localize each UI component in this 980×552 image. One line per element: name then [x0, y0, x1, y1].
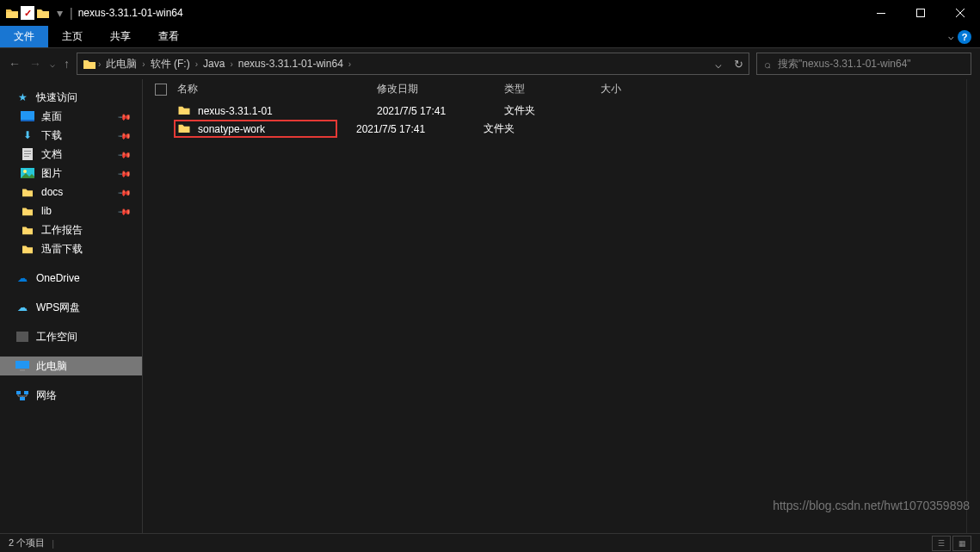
chevron-right-icon[interactable]: › — [348, 59, 351, 69]
pin-icon: 📌 — [118, 128, 132, 142]
search-placeholder: 搜索"nexus-3.31.1-01-win64" — [778, 57, 911, 71]
sidebar-this-pc[interactable]: 此电脑 — [0, 357, 142, 375]
address-bar[interactable]: › 此电脑 › 软件 (F:) › Java › nexus-3.31.1-01… — [77, 53, 749, 75]
pin-icon: 📌 — [118, 204, 132, 218]
sidebar-wps[interactable]: ☁ WPS网盘 — [0, 298, 142, 317]
sidebar-item-documents[interactable]: 文档📌 — [0, 145, 142, 164]
pc-icon — [15, 360, 29, 372]
help-icon[interactable]: ? — [958, 30, 971, 44]
breadcrumb[interactable]: Java — [200, 58, 228, 70]
file-list: 名称 修改日期 类型 大小 nexus-3.31.1-01 2021/7/5 1… — [143, 79, 980, 533]
sidebar-onedrive[interactable]: ☁ OneDrive — [0, 269, 142, 288]
pin-icon: 📌 — [118, 109, 132, 123]
sidebar-item-folder[interactable]: docs📌 — [0, 183, 142, 202]
refresh-icon[interactable]: ↻ — [734, 58, 743, 71]
svg-rect-5 — [24, 151, 31, 152]
cloud-icon: ☁ — [15, 301, 29, 313]
svg-rect-12 — [20, 369, 25, 371]
table-row[interactable]: nexus-3.31.1-01 2021/7/5 17:41 文件夹 — [143, 102, 980, 120]
svg-rect-1 — [917, 9, 925, 17]
folder-icon — [21, 186, 34, 198]
sidebar-item-pictures[interactable]: 图片📌 — [0, 164, 142, 183]
tab-home[interactable]: 主页 — [48, 26, 96, 47]
view-icons-button[interactable]: ▦ — [952, 536, 971, 551]
minimize-button[interactable] — [861, 0, 901, 26]
sidebar-item-downloads[interactable]: ⬇ 下载📌 — [0, 126, 142, 145]
titlebar: ✓ ▾ | nexus-3.31.1-01-win64 — [0, 0, 980, 26]
pin-icon: 📌 — [118, 147, 132, 161]
status-bar: 2 个项目 | ☰ ▦ — [0, 533, 980, 552]
ribbon: 文件 主页 共享 查看 ⌵ ? — [0, 26, 980, 48]
svg-rect-15 — [20, 397, 25, 400]
forward-button[interactable]: → — [29, 57, 41, 71]
col-modified[interactable]: 修改日期 — [377, 82, 504, 96]
sidebar-item-folder[interactable]: 迅雷下载 — [0, 239, 142, 258]
chevron-right-icon[interactable]: › — [142, 59, 145, 69]
svg-rect-14 — [24, 391, 28, 394]
folder-icon — [5, 7, 19, 19]
svg-rect-2 — [21, 111, 34, 120]
folder-icon — [21, 224, 34, 236]
search-input[interactable]: ⌕ 搜索"nexus-3.31.1-01-win64" — [756, 53, 971, 75]
folder-icon — [21, 243, 34, 255]
tab-view[interactable]: 查看 — [145, 26, 193, 47]
svg-rect-10 — [16, 332, 28, 342]
chevron-right-icon[interactable]: › — [98, 59, 101, 69]
svg-rect-11 — [15, 361, 29, 369]
navigation-bar: ← → ⌵ ↑ › 此电脑 › 软件 (F:) › Java › nexus-3… — [0, 48, 980, 79]
breadcrumb[interactable]: nexus-3.31.1-01-win64 — [235, 58, 347, 70]
chevron-right-icon[interactable]: › — [195, 59, 198, 69]
file-modified: 2021/7/5 17:41 — [356, 123, 484, 135]
breadcrumb[interactable]: 此电脑 — [102, 57, 140, 71]
divider: | — [52, 538, 54, 549]
folder-icon — [36, 7, 50, 19]
recent-dropdown[interactable]: ⌵ — [50, 59, 55, 69]
sidebar-item-desktop[interactable]: 桌面📌 — [0, 107, 142, 126]
up-button[interactable]: ↑ — [64, 57, 70, 71]
item-count: 2 个项目 — [9, 536, 45, 549]
breadcrumb[interactable]: 软件 (F:) — [147, 57, 194, 71]
chevron-down-icon[interactable]: ⌵ — [948, 31, 954, 42]
col-type[interactable]: 类型 — [504, 82, 601, 96]
back-button[interactable]: ← — [9, 57, 21, 71]
file-name: sonatype-work — [198, 123, 265, 135]
svg-rect-0 — [877, 13, 885, 14]
chevron-right-icon[interactable]: › — [230, 59, 232, 69]
svg-rect-13 — [16, 391, 21, 394]
table-row[interactable]: sonatype-work 2021/7/5 17:41 文件夹 — [143, 120, 980, 138]
sidebar-network[interactable]: 网络 — [0, 386, 142, 405]
col-name[interactable]: 名称 — [177, 82, 377, 96]
column-headers[interactable]: 名称 修改日期 类型 大小 — [143, 79, 980, 100]
workspace-icon — [15, 331, 29, 343]
dropdown-icon[interactable]: ⌵ — [715, 58, 722, 71]
document-icon — [21, 148, 34, 160]
vertical-scrollbar[interactable] — [966, 79, 980, 533]
maximize-button[interactable] — [901, 0, 940, 26]
close-button[interactable] — [940, 0, 980, 26]
window-title: nexus-3.31.1-01-win64 — [78, 7, 183, 19]
sidebar-workspace[interactable]: 工作空间 — [0, 327, 142, 346]
file-modified: 2021/7/5 17:41 — [377, 105, 504, 117]
separator-icon: ▾ — [57, 6, 63, 20]
sidebar-item-folder[interactable]: 工作报告 — [0, 220, 142, 239]
svg-rect-6 — [24, 153, 31, 154]
folder-icon — [177, 104, 193, 118]
sidebar-quick-access[interactable]: ★ 快速访问 — [0, 88, 142, 107]
pin-icon: 📌 — [118, 185, 132, 199]
desktop-icon — [21, 110, 34, 122]
select-all-checkbox[interactable] — [155, 84, 167, 96]
tab-file[interactable]: 文件 — [0, 26, 48, 47]
check-icon: ✓ — [21, 6, 34, 20]
pin-icon: 📌 — [118, 166, 132, 180]
folder-icon — [21, 205, 34, 217]
tab-share[interactable]: 共享 — [96, 26, 145, 47]
file-type: 文件夹 — [504, 103, 601, 118]
file-name: nexus-3.31.1-01 — [198, 105, 377, 117]
col-size[interactable]: 大小 — [601, 82, 669, 96]
sidebar-item-folder[interactable]: lib📌 — [0, 202, 142, 220]
download-icon: ⬇ — [21, 129, 34, 141]
view-details-button[interactable]: ☰ — [932, 536, 951, 551]
search-icon: ⌕ — [764, 58, 771, 71]
separator-icon: | — [70, 6, 73, 20]
svg-point-9 — [23, 170, 27, 173]
